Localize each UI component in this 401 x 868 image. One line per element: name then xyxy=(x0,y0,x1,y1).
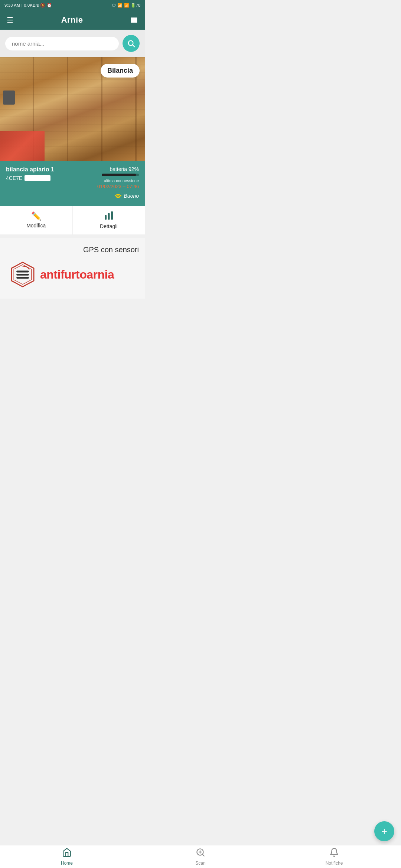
details-button[interactable]: Dettagli xyxy=(72,206,145,234)
device-id-row: 4CE7E xyxy=(6,175,97,181)
modify-button[interactable]: ✏️ Modifica xyxy=(0,206,72,234)
bilancia-badge: Bilancia xyxy=(101,64,140,78)
logo-hexagon xyxy=(10,262,36,287)
last-connection-label: ultima connessione xyxy=(97,178,139,183)
search-input-wrap xyxy=(5,37,119,50)
search-section xyxy=(0,30,145,57)
wifi-icon: 📶 xyxy=(124,3,129,8)
svg-rect-3 xyxy=(108,213,110,220)
logo-area: antifurtoarnia xyxy=(6,262,139,287)
gps-title: GPS con sensori xyxy=(6,246,139,254)
svg-rect-2 xyxy=(105,215,107,220)
page-title: Arnie xyxy=(61,15,83,25)
bluetooth-icon: ⬠ xyxy=(112,3,116,8)
logo-red-text: arnia xyxy=(87,268,114,281)
search-input[interactable] xyxy=(12,40,112,47)
details-label: Dettagli xyxy=(100,223,117,229)
modify-label: Modifica xyxy=(26,223,46,228)
logo-black-text: antifurto xyxy=(40,268,87,281)
svg-rect-9 xyxy=(16,277,29,279)
device-id-redacted xyxy=(25,175,50,181)
signal-icon xyxy=(114,191,122,200)
battery-icon: 🔋70 xyxy=(131,3,140,8)
device-name: bilancia apiario 1 xyxy=(6,166,97,173)
signal-bars-icon: 📶 xyxy=(117,3,123,8)
search-icon xyxy=(127,39,135,47)
beehive-card: Bilancia bilancia apiario 1 4CE7E batter… xyxy=(0,57,145,234)
app-header: ☰ Arnie ⯀️ xyxy=(0,10,145,30)
last-connection-date: 01/02/2023 – 07:46 xyxy=(97,184,139,189)
battery-bar-wrap xyxy=(102,174,139,176)
svg-rect-8 xyxy=(16,274,29,276)
menu-button[interactable]: ☰ xyxy=(7,16,13,24)
grid-view-button[interactable]: ⯀️ xyxy=(131,16,138,24)
svg-rect-7 xyxy=(16,271,29,273)
status-icons: ⬠ 📶 📶 🔋70 xyxy=(112,3,140,8)
chart-icon xyxy=(104,211,113,222)
gps-section: GPS con sensori antifurtoarnia xyxy=(0,238,145,299)
card-info-right: batteria 92% ultima connessione 01/02/20… xyxy=(97,166,139,200)
svg-rect-4 xyxy=(111,211,113,220)
signal-row: Buono xyxy=(97,191,139,200)
battery-bar-fill xyxy=(102,174,136,176)
status-time-network: 9:38 AM | 0.0KB/s 🔕 ⏰ xyxy=(4,3,52,8)
card-info-left: bilancia apiario 1 4CE7E xyxy=(6,166,97,181)
hinge-decoration xyxy=(3,91,15,105)
signal-quality-label: Buono xyxy=(124,193,139,199)
battery-label: batteria 92% xyxy=(97,166,139,172)
card-actions: ✏️ Modifica Dettagli xyxy=(0,206,145,234)
status-bar: 9:38 AM | 0.0KB/s 🔕 ⏰ ⬠ 📶 📶 🔋70 xyxy=(0,0,145,10)
pencil-icon: ✏️ xyxy=(31,211,41,221)
card-info: bilancia apiario 1 4CE7E batteria 92% ul… xyxy=(0,161,145,206)
red-cloth-decoration xyxy=(0,131,45,161)
svg-line-1 xyxy=(133,45,134,47)
search-button[interactable] xyxy=(123,35,140,52)
card-image: Bilancia xyxy=(0,57,145,161)
device-id-text: 4CE7E xyxy=(6,175,22,181)
brand-logo-text: antifurtoarnia xyxy=(40,268,114,282)
